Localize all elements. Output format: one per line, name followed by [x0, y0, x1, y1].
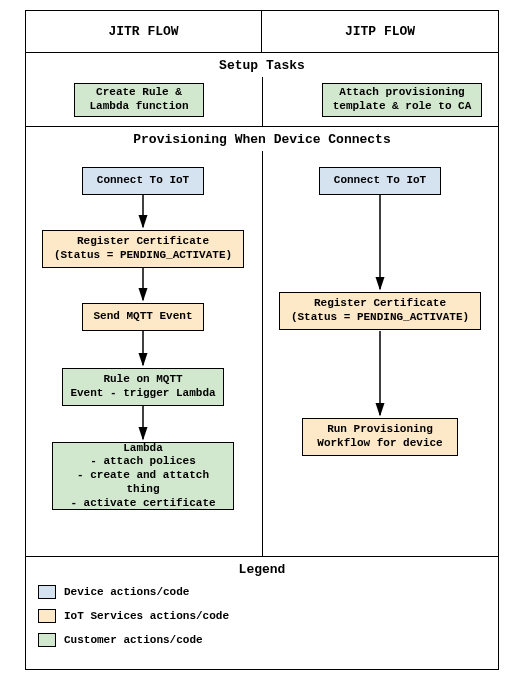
legend-swatch-iot: [38, 609, 56, 623]
setup-title: Setup Tasks: [26, 53, 498, 76]
jitr-connect-box: Connect To IoT: [82, 167, 204, 195]
diagram-frame: JITR FLOW JITP FLOW Setup Tasks Create R…: [25, 10, 499, 670]
header-jitp: JITP FLOW: [262, 11, 498, 52]
provisioning-title: Provisioning When Device Connects: [26, 127, 498, 150]
setup-jitr-box: Create Rule & Lambda function: [74, 83, 204, 117]
legend-section: Legend Device actions/code IoT Services …: [26, 557, 498, 580]
jitp-run-box: Run Provisioning Workflow for device: [302, 418, 458, 456]
setup-jitp-box: Attach provisioning template & role to C…: [322, 83, 482, 117]
legend-swatch-customer: [38, 633, 56, 647]
setup-section: Setup Tasks Create Rule & Lambda functio…: [26, 53, 498, 127]
provisioning-section: Provisioning When Device Connects: [26, 127, 498, 557]
jitp-register-box: Register Certificate (Status = PENDING_A…: [279, 292, 481, 330]
jitr-register-box: Register Certificate (Status = PENDING_A…: [42, 230, 244, 268]
legend-label-customer: Customer actions/code: [64, 634, 203, 646]
header-row: JITR FLOW JITP FLOW: [26, 11, 498, 53]
jitr-lambda-box: Lambda - attach polices - create and att…: [52, 442, 234, 510]
legend-label-device: Device actions/code: [64, 586, 189, 598]
jitr-mqtt-box: Send MQTT Event: [82, 303, 204, 331]
legend-swatch-device: [38, 585, 56, 599]
divider-provisioning: [262, 151, 263, 556]
jitp-connect-box: Connect To IoT: [319, 167, 441, 195]
legend-label-iot: IoT Services actions/code: [64, 610, 229, 622]
legend-title: Legend: [26, 557, 498, 580]
jitr-rule-box: Rule on MQTT Event - trigger Lambda: [62, 368, 224, 406]
header-jitr: JITR FLOW: [26, 11, 262, 52]
divider-setup: [262, 77, 263, 126]
